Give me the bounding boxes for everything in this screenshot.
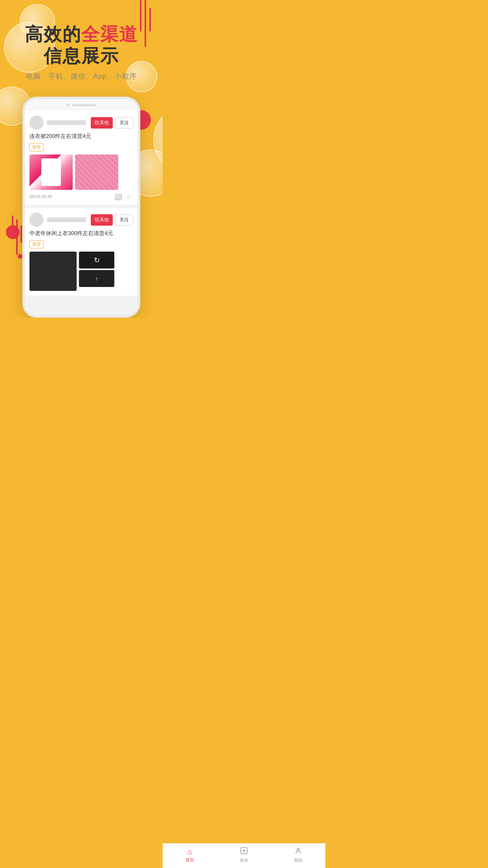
contact-button-2[interactable]: 联系他	[91, 214, 113, 226]
user-info-2	[29, 213, 86, 227]
hero-line2: 信息展示	[8, 45, 155, 67]
post-header-1: 联系他 关注	[29, 116, 133, 130]
post-card-2: 联系他 关注 中老年休闲上衣300件左右清货4元 推荐 ↻ ↑	[25, 208, 138, 296]
post-header-2: 联系他 关注	[29, 213, 133, 227]
post-actions-1: ⬜ ☆	[114, 193, 133, 200]
hero-subtitle: 电脑、手机、微信、App、小程序	[8, 72, 155, 81]
username-bar-2	[47, 217, 86, 222]
avatar-2	[29, 213, 44, 227]
post-image-pattern[interactable]	[75, 154, 118, 190]
phone-notch	[25, 99, 138, 111]
post-footer-1: 09/20 06:45 ⬜ ☆	[29, 193, 133, 200]
btn-group-1: 联系他 关注	[91, 117, 133, 129]
post-time-1: 09/20 06:45	[29, 194, 52, 199]
post-title-2: 中老年休闲上衣300件左右清货4元	[29, 230, 133, 237]
post-image-small-1[interactable]: ↻	[79, 252, 114, 268]
post-tag-1: 推荐	[29, 143, 44, 151]
btn-group-2: 联系他 关注	[91, 214, 133, 226]
contact-button-1[interactable]: 联系他	[91, 117, 113, 129]
phone-container: 联系他 关注 连衣裙200件左右清货4元 推荐 09/20 06:45 ⬜ ☆	[0, 97, 163, 318]
post-image-small-2[interactable]: ↑	[79, 270, 114, 287]
post-image-coat[interactable]	[29, 154, 73, 190]
follow-button-2[interactable]: 关注	[115, 214, 133, 226]
hero-main-title: 高效的全渠道 信息展示	[8, 24, 155, 67]
phone-camera	[67, 103, 70, 107]
username-bar-1	[47, 120, 86, 125]
avatar-1	[29, 116, 44, 130]
post-images-right: ↻ ↑	[79, 252, 114, 291]
follow-button-1[interactable]: 关注	[115, 117, 133, 129]
phone-mockup: 联系他 关注 连衣裙200件左右清货4元 推荐 09/20 06:45 ⬜ ☆	[22, 97, 140, 318]
post-title-1: 连衣裙200件左右清货4元	[29, 133, 133, 140]
post-card-1: 联系他 关注 连衣裙200件左右清货4元 推荐 09/20 06:45 ⬜ ☆	[25, 111, 138, 205]
hero-highlight: 全渠道	[81, 24, 138, 44]
post-images-1	[29, 154, 133, 190]
post-image-black-jacket[interactable]	[29, 252, 77, 291]
post-images-2: ↻ ↑	[29, 252, 133, 291]
post-tag-2: 推荐	[29, 240, 44, 248]
phone-content: 联系他 关注 连衣裙200件左右清货4元 推荐 09/20 06:45 ⬜ ☆	[25, 111, 138, 315]
user-info-1	[29, 116, 86, 130]
phone-speaker	[72, 104, 96, 106]
hero-prefix: 高效的	[25, 24, 81, 44]
comment-icon[interactable]: ⬜	[114, 193, 121, 200]
star-icon[interactable]: ☆	[126, 193, 133, 200]
hero-section: 高效的全渠道 信息展示 电脑、手机、微信、App、小程序	[0, 0, 163, 89]
